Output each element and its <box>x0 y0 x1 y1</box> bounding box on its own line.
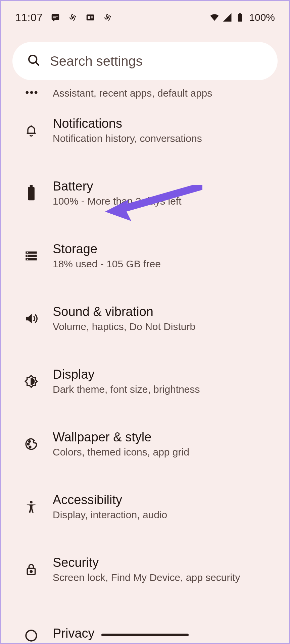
battery-percent: 100% <box>249 12 275 23</box>
item-subtitle: Notification history, conversations <box>53 133 276 144</box>
item-subtitle: Display, interaction, audio <box>53 509 276 521</box>
svg-rect-12 <box>28 187 35 200</box>
accessibility-icon <box>24 497 39 516</box>
svg-point-18 <box>27 255 28 256</box>
settings-item-security[interactable]: Security Screen lock, Find My Device, ap… <box>14 538 276 601</box>
palette-icon <box>24 435 39 453</box>
battery-status-icon <box>235 12 245 22</box>
item-title: Battery <box>53 179 276 194</box>
volume-icon <box>24 309 39 328</box>
item-subtitle: Colors, themed icons, app grid <box>53 446 276 458</box>
status-bar: 11:07 100% <box>1 1 289 28</box>
privacy-icon <box>24 621 39 640</box>
signal-icon <box>222 12 232 22</box>
svg-rect-2 <box>53 17 56 18</box>
status-left: 11:07 <box>15 11 113 24</box>
svg-point-23 <box>30 501 33 503</box>
svg-rect-3 <box>86 14 94 20</box>
svg-point-17 <box>27 252 28 253</box>
svg-rect-0 <box>51 14 59 20</box>
search-bar[interactable]: Search settings <box>12 42 278 80</box>
settings-item-storage[interactable]: Storage 18% used - 105 GB free <box>14 224 276 287</box>
settings-item-apps-partial[interactable]: ••• Assistant, recent apps, default apps <box>1 88 289 99</box>
item-title: Display <box>53 367 276 382</box>
gesture-nav-pill[interactable] <box>101 634 189 636</box>
svg-point-22 <box>29 446 31 448</box>
brightness-icon <box>24 372 39 391</box>
svg-rect-4 <box>88 16 90 19</box>
battery-icon <box>24 184 39 203</box>
svg-rect-8 <box>239 13 241 15</box>
item-title: Sound & vibration <box>53 305 276 319</box>
settings-item-privacy[interactable]: Privacy <box>14 601 276 643</box>
status-right: 100% <box>209 12 275 23</box>
item-subtitle: 100% - More than 2 days left <box>53 196 276 207</box>
settings-item-wallpaper[interactable]: Wallpaper & style Colors, themed icons, … <box>14 413 276 475</box>
pinwheel-icon-2 <box>103 12 113 22</box>
item-title: Storage <box>53 242 276 256</box>
pinwheel-icon <box>68 12 78 22</box>
item-title: Accessibility <box>53 493 276 507</box>
clock: 11:07 <box>15 11 43 24</box>
item-subtitle: Dark theme, font size, brightness <box>53 384 276 395</box>
svg-point-20 <box>28 443 29 445</box>
item-subtitle: Volume, haptics, Do Not Disturb <box>53 321 276 332</box>
message-icon <box>50 12 60 22</box>
svg-point-21 <box>29 440 30 442</box>
svg-point-9 <box>29 55 37 63</box>
settings-item-notifications[interactable]: Notifications Notification history, conv… <box>14 99 276 162</box>
news-icon <box>85 12 95 22</box>
settings-item-accessibility[interactable]: Accessibility Display, interaction, audi… <box>14 475 276 538</box>
storage-icon <box>24 247 39 265</box>
settings-item-display[interactable]: Display Dark theme, font size, brightnes… <box>14 350 276 413</box>
search-placeholder: Search settings <box>50 54 143 69</box>
svg-rect-7 <box>238 14 242 22</box>
settings-item-sound[interactable]: Sound & vibration Volume, haptics, Do No… <box>14 287 276 350</box>
svg-rect-1 <box>53 16 58 16</box>
settings-item-battery[interactable]: Battery 100% - More than 2 days left <box>14 162 276 224</box>
item-title: Notifications <box>53 116 276 131</box>
svg-point-25 <box>30 571 32 572</box>
svg-rect-13 <box>30 185 33 187</box>
item-title: Security <box>53 555 276 570</box>
lock-icon <box>24 560 39 579</box>
svg-rect-5 <box>91 16 93 17</box>
svg-point-26 <box>26 630 37 641</box>
item-subtitle: Assistant, recent apps, default apps <box>53 88 212 99</box>
svg-point-19 <box>27 259 28 260</box>
svg-rect-6 <box>91 17 93 18</box>
wifi-icon <box>209 12 220 22</box>
bell-icon <box>24 121 39 140</box>
item-title: Wallpaper & style <box>53 430 276 444</box>
settings-list: Notifications Notification history, conv… <box>1 99 289 643</box>
more-icon: ••• <box>25 89 39 96</box>
item-subtitle: 18% used - 105 GB free <box>53 258 276 270</box>
svg-line-10 <box>36 62 39 65</box>
search-icon <box>27 54 41 68</box>
item-subtitle: Screen lock, Find My Device, app securit… <box>53 572 276 583</box>
